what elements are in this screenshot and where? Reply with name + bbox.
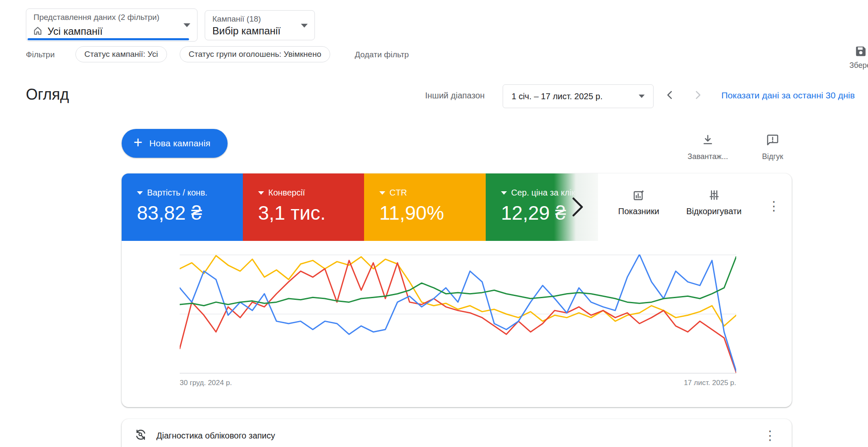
page-title: Огляд — [26, 86, 69, 103]
dropdown-caret-icon — [184, 23, 190, 27]
download-button[interactable]: Завантаж... — [680, 134, 735, 161]
x-axis-end-label: 17 лист. 2025 р. — [684, 379, 736, 387]
scorecard-value: 11,90% — [379, 201, 444, 224]
scroll-scorecards-right-button[interactable] — [570, 196, 584, 220]
chevron-left-icon — [664, 95, 676, 102]
plus-icon: + — [134, 135, 142, 150]
data-view-label: Представлення даних (2 фільтри) — [33, 13, 159, 22]
new-campaign-button[interactable]: + Нова кампанія — [122, 129, 228, 158]
metrics-button[interactable]: Показники — [609, 189, 668, 216]
metrics-button-label: Показники — [609, 207, 668, 216]
feedback-label: Відгук — [745, 152, 800, 161]
download-icon — [701, 140, 714, 148]
dropdown-caret-icon — [639, 95, 645, 98]
custom-range-label: Інший діапазон — [425, 91, 485, 101]
tune-sliders-icon — [708, 196, 721, 203]
save-icon — [849, 45, 868, 58]
download-label: Завантаж... — [680, 152, 735, 161]
scorecard-label: Вартість / конв. — [147, 188, 207, 198]
campaign-select-label: Кампанії (18) — [212, 14, 261, 24]
diagnostics-menu-kebab-icon[interactable]: ⋮ — [764, 429, 776, 442]
add-filter-button[interactable]: Додати фільтр — [355, 47, 409, 63]
account-diagnostics-card: Діагностика облікового запису ⋮ — [122, 419, 792, 447]
chevron-right-icon — [570, 212, 584, 220]
data-view-dropdown[interactable]: Представлення даних (2 фільтри) Усі камп… — [26, 8, 198, 42]
date-range-dropdown[interactable]: 1 січ. – 17 лист. 2025 р. — [503, 84, 654, 108]
sort-down-icon — [501, 191, 507, 195]
date-range-value: 1 січ. – 17 лист. 2025 р. — [512, 92, 603, 101]
dropdown-caret-icon — [301, 24, 308, 28]
scorecard-cost-per-conv[interactable]: Вартість / конв. 83,82 ₴ — [122, 173, 243, 241]
sort-down-icon — [258, 191, 264, 195]
scorecard-ctr[interactable]: CTR 11,90% — [364, 173, 486, 241]
filters-label: Фільтри — [26, 47, 55, 63]
filter-chip-ad-group-status[interactable]: Статус групи оголошень: Увімкнено — [180, 46, 330, 62]
campaign-select-dropdown[interactable]: Кампанії (18) Вибір кампанії — [205, 10, 315, 40]
adjust-button[interactable]: Відкоригувати — [681, 189, 747, 216]
save-label: Зберегти — [849, 61, 868, 70]
chart-canvas — [180, 254, 736, 374]
sort-down-icon — [379, 191, 385, 195]
campaign-select-value: Вибір кампанії — [212, 25, 281, 37]
show-last-30-days-link[interactable]: Показати дані за останні 30 днів — [721, 90, 855, 101]
scorecard-value: 3,1 тис. — [258, 201, 326, 224]
scorecard-value: 83,82 ₴ — [137, 201, 202, 224]
google-ads-overview-page: Представлення даних (2 фільтри) Усі камп… — [0, 0, 868, 447]
diagnostics-title: Діагностика облікового запису — [156, 431, 275, 441]
sort-down-icon — [137, 191, 143, 195]
x-axis-start-label: 30 груд. 2024 р. — [180, 379, 232, 387]
chevron-right-icon — [692, 95, 704, 102]
filter-chip-campaign-status[interactable]: Статус кампанії: Усі — [75, 46, 167, 62]
scorecard-label: Конверсії — [268, 188, 305, 198]
scorecard-label: CTR — [389, 188, 407, 198]
overview-line-chart — [180, 254, 736, 374]
scorecard-conversions[interactable]: Конверсії 3,1 тис. — [243, 173, 364, 241]
adjust-button-label: Відкоригувати — [681, 207, 747, 216]
previous-period-button[interactable] — [664, 89, 676, 103]
feedback-icon — [766, 140, 779, 148]
overview-card: Вартість / конв. 83,82 ₴ Конверсії 3,1 т… — [122, 173, 792, 407]
active-view-underline — [28, 38, 189, 40]
data-view-value: Усі кампанії — [47, 25, 103, 37]
account-diagnostics-icon — [134, 428, 147, 443]
card-menu-kebab-icon[interactable]: ⋮ — [768, 200, 780, 212]
metrics-chart-icon — [632, 196, 645, 203]
chart-x-axis: 30 груд. 2024 р. 17 лист. 2025 р. — [180, 379, 736, 387]
save-button[interactable]: Зберегти — [849, 45, 868, 70]
new-campaign-label: Нова кампанія — [149, 138, 210, 148]
home-icon — [32, 25, 43, 38]
next-period-button[interactable] — [692, 89, 704, 103]
feedback-button[interactable]: Відгук — [745, 134, 800, 161]
